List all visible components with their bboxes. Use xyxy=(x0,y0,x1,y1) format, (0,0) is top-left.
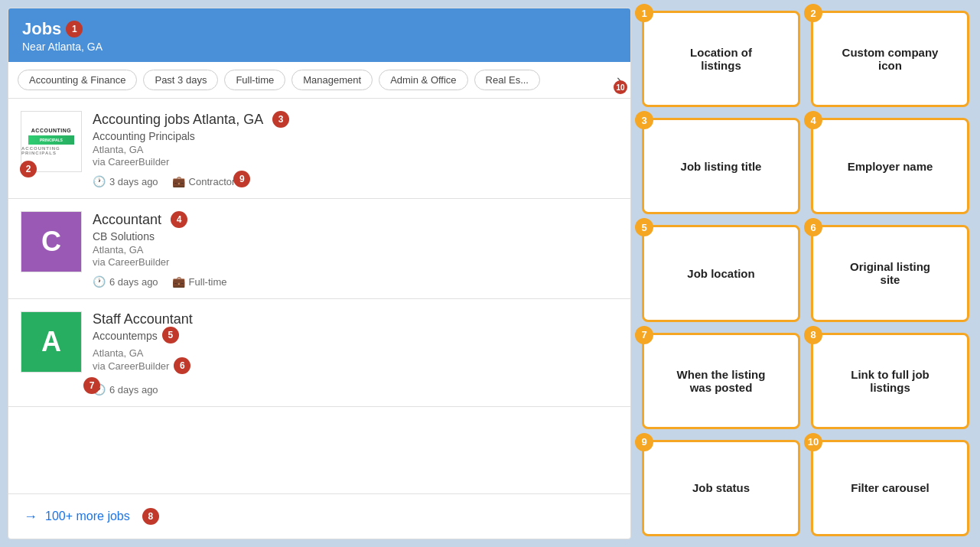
annotation-4: 4 Employer name xyxy=(811,118,969,214)
annotation-label-1: Location oflistings xyxy=(690,46,752,72)
filter-chip-realestate[interactable]: Real Es... xyxy=(474,70,540,90)
filter-chip-accounting[interactable]: Accounting & Finance xyxy=(18,70,137,90)
job-status: 💼 Contractor 9 xyxy=(172,175,236,187)
time-ago-text: 3 days ago xyxy=(109,176,158,187)
employer-name: Accounting Principals 4 xyxy=(93,130,618,142)
left-panel: Jobs 1 Near Atlanta, GA Accounting & Fin… xyxy=(8,8,631,539)
clock-icon: 🕐 xyxy=(93,275,106,288)
annotation-5: 5 Job location xyxy=(642,225,800,321)
filter-chip-management[interactable]: Management xyxy=(291,70,373,90)
annotation-label-2: Custom companyicon xyxy=(842,46,939,72)
job-status-badge: 9 xyxy=(233,171,250,187)
annotation-3: 3 Job listing title xyxy=(642,118,800,214)
table-row[interactable]: A Staff Accountant Accountemps 5 Atlanta… xyxy=(8,299,630,407)
source-badge: 6 xyxy=(174,357,190,374)
job-info: Staff Accountant Accountemps 5 Atlanta, … xyxy=(93,311,618,396)
filter-bar: Accounting & Finance Past 3 days Full-ti… xyxy=(8,62,630,99)
jobs-header: Jobs 1 Near Atlanta, GA xyxy=(8,8,630,62)
annotation-10: 10 Filter carousel xyxy=(811,440,969,536)
when-posted: 🕐 6 days ago xyxy=(93,275,158,288)
annotation-label-8: Link to full joblistings xyxy=(851,368,929,394)
annotation-7: 7 When the listingwas posted xyxy=(642,333,800,429)
annotation-8: 8 Link to full joblistings xyxy=(811,333,969,429)
clock-icon: 🕐 xyxy=(93,175,106,187)
original-listing-site: via CareerBuilder xyxy=(93,256,618,268)
job-listing-title: Accounting jobs Atlanta, GA xyxy=(93,112,263,128)
filter-chip-admin[interactable]: Admin & Office xyxy=(379,70,467,90)
filter-next-arrow[interactable]: › 10 xyxy=(617,72,621,88)
job-info: Accounting jobs Atlanta, GA 3 Accounting… xyxy=(93,111,618,187)
annotation-label-4: Employer name xyxy=(848,160,933,173)
company-logo-a: A xyxy=(21,312,81,372)
job-meta: 7 🕐 6 days ago xyxy=(93,383,618,396)
jobs-subtitle: Near Atlanta, GA xyxy=(22,41,617,53)
location-badge-1: 1 xyxy=(66,21,83,37)
annotation-label-3: Job listing title xyxy=(681,160,762,173)
annotation-2: 2 Custom companyicon xyxy=(811,11,969,107)
avatar: ACCOUNTING PRINCIPALS ACCOUNTING PRINCIP… xyxy=(21,111,82,172)
briefcase-icon: 💼 xyxy=(172,275,185,288)
employer-badge: 4 xyxy=(171,211,187,228)
original-listing-site: via CareerBuilder xyxy=(93,156,618,168)
job-title-badge: 3 xyxy=(272,111,289,128)
annotation-label-7: When the listingwas posted xyxy=(677,368,766,394)
more-jobs-text: 100+ more jobs xyxy=(45,510,130,523)
filter-chip-past3[interactable]: Past 3 days xyxy=(143,70,218,90)
more-jobs-badge: 8 xyxy=(142,508,159,525)
original-listing-site: via CareerBuilder 6 xyxy=(93,360,169,372)
annotations-panel: 1 Location oflistings 2 Custom companyic… xyxy=(639,0,980,547)
company-logo-c: C xyxy=(21,212,81,272)
job-type-text: Full-time xyxy=(189,276,227,288)
annotation-label-5: Job location xyxy=(687,267,754,280)
avatar: A xyxy=(21,311,82,373)
annotation-1: 1 Location oflistings xyxy=(642,11,800,107)
time-ago-text: 6 days ago xyxy=(109,384,158,396)
job-location: Atlanta, GA xyxy=(93,244,618,256)
job-meta: 🕐 6 days ago 💼 Full-time xyxy=(93,275,618,288)
table-row[interactable]: ACCOUNTING PRINCIPALS ACCOUNTING PRINCIP… xyxy=(8,99,630,199)
when-posted-badge: 7 xyxy=(83,377,100,394)
time-ago-text: 6 days ago xyxy=(109,276,158,288)
company-icon-badge: 2 xyxy=(20,161,37,177)
job-meta: 🕐 3 days ago 💼 Contractor 9 xyxy=(93,175,618,187)
job-location: Atlanta, GA xyxy=(93,144,618,155)
more-jobs-link[interactable]: → 100+ more jobs 8 xyxy=(8,493,630,539)
filter-chip-fulltime[interactable]: Full-time xyxy=(224,70,285,90)
briefcase-icon: 💼 xyxy=(172,175,185,187)
employer-name: Accountemps 5 xyxy=(93,330,158,342)
more-jobs-arrow-icon: → xyxy=(24,509,37,525)
job-list: ACCOUNTING PRINCIPALS ACCOUNTING PRINCIP… xyxy=(8,99,630,493)
annotation-9: 9 Job status xyxy=(642,440,800,536)
job-location: Atlanta, GA xyxy=(93,347,618,359)
job-listing-title: Staff Accountant xyxy=(93,311,193,327)
table-row[interactable]: C Accountant 4 CB Solutions Atlanta, GA … xyxy=(8,199,630,299)
when-posted: 7 🕐 6 days ago xyxy=(93,383,158,396)
filter-arrow-badge: 10 xyxy=(614,80,627,94)
job-listing-title: Accountant xyxy=(93,212,161,228)
employer-badge: 5 xyxy=(162,327,179,344)
job-status: 💼 Full-time xyxy=(172,275,227,288)
job-type-text: Contractor xyxy=(189,176,236,187)
jobs-title: Jobs xyxy=(22,19,61,39)
annotation-6: 6 Original listingsite xyxy=(811,225,969,321)
annotation-label-6: Original listingsite xyxy=(850,260,930,286)
job-info: Accountant 4 CB Solutions Atlanta, GA vi… xyxy=(93,211,618,288)
annotation-label-9: Job status xyxy=(692,481,750,494)
when-posted: 🕐 3 days ago xyxy=(93,175,158,187)
employer-name: CB Solutions xyxy=(93,230,618,243)
avatar: C xyxy=(21,211,82,272)
annotation-label-10: Filter carousel xyxy=(851,481,930,494)
